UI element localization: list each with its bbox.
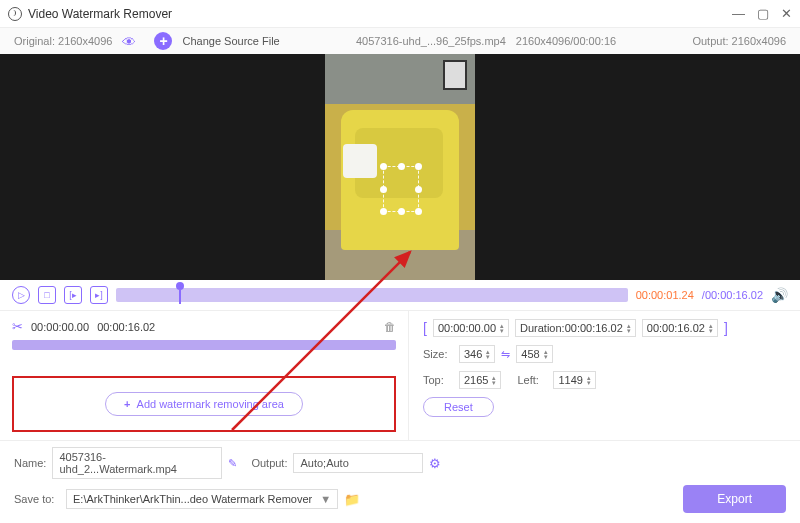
clip-in: 00:00:00.00 [31, 321, 89, 333]
video-frame [325, 54, 475, 280]
saveto-dropdown[interactable]: E:\ArkThinker\ArkThin...deo Watermark Re… [66, 489, 338, 509]
bottom-bar: Name: 4057316-uhd_2...Watermark.mp4 ✎ Ou… [0, 440, 800, 519]
minimize-button[interactable]: — [732, 6, 745, 21]
close-button[interactable]: ✕ [781, 6, 792, 21]
size-label: Size: [423, 348, 453, 360]
settings-icon[interactable]: ⚙ [429, 456, 441, 471]
output-name-field[interactable]: 4057316-uhd_2...Watermark.mp4 [52, 447, 222, 479]
edit-panels: ✂ 00:00:00.00 00:00:16.02 🗑 +Add waterma… [0, 310, 800, 440]
time-duration: /00:00:16.02 [702, 289, 763, 301]
highlight-box: +Add watermark removing area [12, 376, 396, 432]
range-start-input[interactable]: 00:00:00.00▴▾ [433, 319, 509, 337]
info-bar: Original: 2160x4096 👁 + Change Source Fi… [0, 28, 800, 54]
frame-back-button[interactable]: [▸ [64, 286, 82, 304]
original-resolution: Original: 2160x4096 [14, 35, 112, 47]
clip-out: 00:00:16.02 [97, 321, 155, 333]
selection-box[interactable] [383, 166, 419, 212]
playhead[interactable] [176, 282, 184, 290]
volume-icon[interactable]: 🔊 [771, 287, 788, 303]
bracket-right-icon[interactable]: ] [724, 320, 728, 336]
left-input[interactable]: 1149▴▾ [553, 371, 595, 389]
reset-button[interactable]: Reset [423, 397, 494, 417]
play-button[interactable]: ▷ [12, 286, 30, 304]
video-preview[interactable] [0, 54, 800, 280]
edit-name-icon[interactable]: ✎ [228, 457, 237, 470]
height-input[interactable]: 458▴▾ [516, 345, 552, 363]
delete-clip-icon[interactable]: 🗑 [384, 320, 396, 334]
width-input[interactable]: 346▴▾ [459, 345, 495, 363]
add-source-button[interactable]: + [154, 32, 172, 50]
time-current: 00:00:01.24 [636, 289, 694, 301]
area-panel: [ 00:00:00.00▴▾ Duration:00:00:16.02▴▾ 0… [408, 311, 800, 440]
scissors-icon[interactable]: ✂ [12, 319, 23, 334]
window-controls: — ▢ ✕ [732, 6, 792, 21]
timeline-controls: ▷ □ [▸ ▸] 00:00:01.24/00:00:16.02 🔊 [0, 280, 800, 310]
top-label: Top: [423, 374, 453, 386]
source-resolution: 2160x4096/00:00:16 [516, 35, 616, 47]
clip-track[interactable] [12, 340, 396, 350]
app-icon [8, 7, 22, 21]
open-folder-icon[interactable]: 📁 [344, 492, 360, 507]
output-format-field[interactable]: Auto;Auto [293, 453, 423, 473]
clip-panel: ✂ 00:00:00.00 00:00:16.02 🗑 +Add waterma… [0, 311, 408, 440]
saveto-label: Save to: [14, 493, 60, 505]
maximize-button[interactable]: ▢ [757, 6, 769, 21]
stop-button[interactable]: □ [38, 286, 56, 304]
preview-toggle-icon[interactable]: 👁 [122, 34, 144, 48]
app-title: Video Watermark Remover [28, 7, 732, 21]
top-input[interactable]: 2165▴▾ [459, 371, 501, 389]
change-source-label[interactable]: Change Source File [182, 35, 279, 47]
add-area-label: Add watermark removing area [137, 398, 284, 410]
source-filename: 4057316-uhd_...96_25fps.mp4 [356, 35, 506, 47]
output-resolution: Output: 2160x4096 [692, 35, 786, 47]
titlebar: Video Watermark Remover — ▢ ✕ [0, 0, 800, 28]
bracket-left-icon[interactable]: [ [423, 320, 427, 336]
name-label: Name: [14, 457, 46, 469]
export-button[interactable]: Export [683, 485, 786, 513]
range-duration-input[interactable]: Duration:00:00:16.02▴▾ [515, 319, 636, 337]
pillow [343, 144, 377, 178]
frame-forward-button[interactable]: ▸] [90, 286, 108, 304]
left-label: Left: [517, 374, 547, 386]
timeline-track[interactable] [116, 288, 628, 302]
output-label: Output: [251, 457, 287, 469]
link-size-icon[interactable]: ⇋ [501, 348, 510, 361]
wall-picture [443, 60, 467, 90]
range-end-input[interactable]: 00:00:16.02▴▾ [642, 319, 718, 337]
add-watermark-area-button[interactable]: +Add watermark removing area [105, 392, 303, 416]
